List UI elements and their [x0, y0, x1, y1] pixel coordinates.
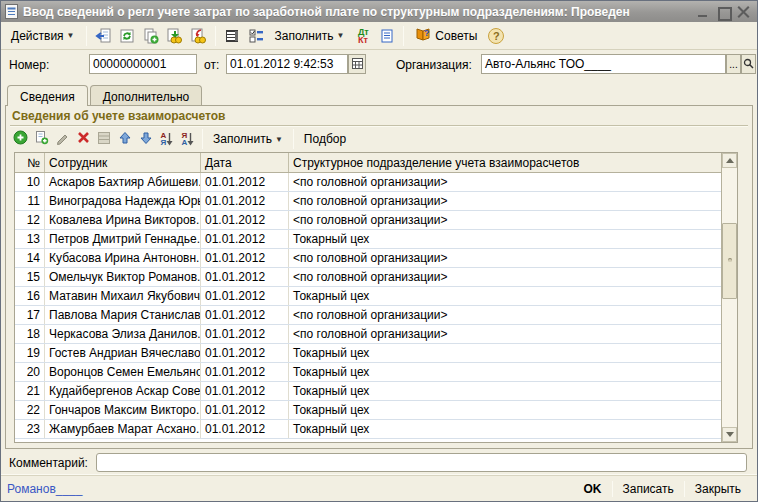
table-row[interactable]: 11 Виноградова Надежда Юрь... 01.01.2012… — [15, 192, 721, 211]
table-row[interactable]: 23 Жамурбаев Марат Асхано... 01.01.2012 … — [15, 420, 721, 439]
post-document-button[interactable] — [164, 25, 186, 47]
comment-text-input[interactable] — [97, 454, 746, 468]
date-field[interactable]: 01.01.2012 9:42:53 — [226, 54, 348, 74]
minimize-button[interactable] — [697, 6, 710, 18]
pencil-icon — [55, 131, 69, 148]
delete-row-button[interactable] — [73, 129, 93, 149]
cell-employee: Павлова Мария Станислав... — [45, 306, 201, 324]
cell-division: Токарный цех — [289, 420, 721, 438]
magnifier-icon — [743, 58, 754, 71]
org-lookup-button[interactable]: ... — [726, 54, 741, 74]
org-search-button[interactable] — [741, 54, 756, 74]
unpost-coins-icon — [190, 28, 207, 44]
sort-ascending-button[interactable]: АЯ — [157, 129, 177, 149]
help-button[interactable]: ? — [485, 25, 507, 47]
fill-button[interactable]: Заполнить▼ — [269, 25, 351, 47]
table-row[interactable]: 13 Петров Дмитрий Геннадье... 01.01.2012… — [15, 230, 721, 249]
number-field[interactable]: 00000000001 — [89, 54, 197, 74]
vertical-scrollbar[interactable] — [721, 153, 737, 442]
scroll-down-button[interactable] — [722, 427, 737, 442]
copy-row-button[interactable] — [31, 129, 51, 149]
cell-division: <по головной организации> — [289, 211, 721, 229]
organization-field[interactable]: Авто-Альянс ТОО____ — [481, 54, 726, 74]
table-row[interactable]: 20 Воронцов Семен Емельяно... 01.01.2012… — [15, 363, 721, 382]
table-row[interactable]: 15 Омельчук Виктор Романов... 01.01.2012… — [15, 268, 721, 287]
table-row[interactable]: 18 Черкасова Элиза Данилов... 01.01.2012… — [15, 325, 721, 344]
table-body: 10 Аскаров Бахтияр Абишеви... 01.01.2012… — [15, 173, 721, 442]
scroll-up-button[interactable] — [722, 153, 737, 168]
unpost-document-button[interactable] — [188, 25, 210, 47]
cell-date: 01.01.2012 — [201, 192, 289, 210]
table-row[interactable]: 16 Матавин Михаил Якубович ... 01.01.201… — [15, 287, 721, 306]
responsible-user-link[interactable]: Романов____ — [7, 482, 82, 496]
table-row[interactable]: 10 Аскаров Бахтияр Абишеви... 01.01.2012… — [15, 173, 721, 192]
ok-button[interactable]: OK — [574, 479, 612, 499]
tab-dopolnitelno[interactable]: Дополнительно — [90, 85, 202, 105]
cell-date: 01.01.2012 — [201, 211, 289, 229]
cell-num: 14 — [15, 249, 45, 267]
table-row[interactable]: 21 Кудайбергенов Аскар Сове... 01.01.201… — [15, 382, 721, 401]
advice-button[interactable]: ? Советы — [409, 25, 483, 47]
cell-num: 13 — [15, 230, 45, 248]
settings-list-button[interactable] — [245, 25, 267, 47]
post-and-close-button[interactable] — [92, 25, 114, 47]
edit-row-button[interactable] — [52, 129, 72, 149]
cell-employee: Омельчук Виктор Романов... — [45, 268, 201, 286]
table-row[interactable]: 14 Кубасова Ирина Антоновн... 01.01.2012… — [15, 249, 721, 268]
column-header-employee[interactable]: Сотрудник — [45, 153, 201, 172]
cell-division: Токарный цех — [289, 401, 721, 419]
document-icon — [5, 4, 18, 19]
document-structure-button[interactable] — [221, 25, 243, 47]
cell-employee: Матавин Михаил Якубович ... — [45, 287, 201, 305]
tab-svedeniya[interactable]: Сведения — [7, 85, 88, 106]
cell-division: Токарный цех — [289, 287, 721, 305]
cell-date: 01.01.2012 — [201, 249, 289, 267]
chevron-down-icon: ▼ — [275, 135, 283, 144]
cell-employee: Гончаров Максим Викторо... — [45, 401, 201, 419]
grid-fill-button[interactable]: Заполнить▼ — [207, 128, 289, 150]
pick-button[interactable]: Подбор — [298, 128, 352, 150]
close-form-button[interactable]: Закрыть — [685, 479, 751, 499]
statusbar: Романов____ OK Записать Закрыть — [1, 475, 757, 501]
column-header-num[interactable]: № — [15, 153, 45, 172]
calendar-button[interactable] — [348, 54, 366, 74]
add-row-button[interactable] — [10, 129, 30, 149]
scroll-down-icon — [726, 432, 734, 437]
dtkt-button[interactable]: ДтКт — [352, 25, 374, 47]
cell-division: Токарный цех — [289, 363, 721, 381]
table-row[interactable]: 22 Гончаров Максим Викторо... 01.01.2012… — [15, 401, 721, 420]
svg-text:?: ? — [424, 28, 430, 38]
cell-date: 01.01.2012 — [201, 382, 289, 400]
refresh-button[interactable] — [116, 25, 138, 47]
move-up-button[interactable] — [115, 129, 135, 149]
end-edit-button[interactable] — [94, 129, 114, 149]
related-documents-button[interactable] — [376, 25, 398, 47]
copy-document-button[interactable] — [140, 25, 162, 47]
header-fields: Номер: 00000000001 от: 01.01.2012 9:42:5… — [1, 53, 757, 81]
table-row[interactable]: 19 Гостев Андриан Вячеславо... 01.01.201… — [15, 344, 721, 363]
up-arrow-icon — [118, 131, 132, 148]
cell-date: 01.01.2012 — [201, 363, 289, 381]
column-header-date[interactable]: Дата — [201, 153, 289, 172]
actions-button[interactable]: Действия▼ — [5, 25, 81, 47]
maximize-button[interactable] — [717, 6, 730, 18]
move-down-button[interactable] — [136, 129, 156, 149]
save-button[interactable]: Записать — [613, 479, 684, 499]
cell-division: <по головной организации> — [289, 268, 721, 286]
advice-book-icon: ? — [415, 26, 432, 45]
table-row[interactable]: 12 Ковалева Ирина Викторов... 01.01.2012… — [15, 211, 721, 230]
tab-strip: Сведения Дополнительно — [7, 85, 202, 105]
disabled-grid-icon — [97, 131, 111, 148]
close-button[interactable] — [737, 6, 750, 18]
help-icon: ? — [488, 28, 504, 44]
sort-descending-button[interactable]: ЯА — [178, 129, 198, 149]
ellipsis-icon: ... — [729, 59, 737, 70]
organization-label: Организация: — [396, 58, 472, 72]
list-rows-icon — [224, 28, 240, 44]
table-row[interactable]: 17 Павлова Мария Станислав... 01.01.2012… — [15, 306, 721, 325]
cell-date: 01.01.2012 — [201, 173, 289, 191]
cell-date: 01.01.2012 — [201, 420, 289, 438]
column-header-division[interactable]: Структурное подразделение учета взаимора… — [289, 153, 721, 172]
comment-input[interactable] — [96, 453, 747, 472]
scroll-thumb[interactable] — [722, 223, 737, 299]
